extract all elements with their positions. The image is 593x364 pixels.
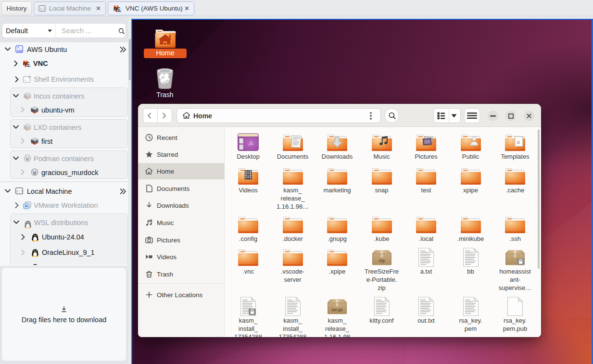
svg-text:nc: nc [23, 60, 30, 67]
svg-text:c:\: c:\ [17, 190, 23, 193]
svg-text:a: a [517, 138, 520, 145]
svg-text:tar.gz: tar.gz [331, 307, 343, 312]
svg-text:nc: nc [114, 5, 121, 12]
svg-text:c:\: c:\ [40, 8, 46, 11]
svg-text:SSH: SSH [17, 50, 23, 52]
svg-text:>_: >_ [25, 79, 28, 82]
svg-text:zip: zip [379, 258, 385, 263]
